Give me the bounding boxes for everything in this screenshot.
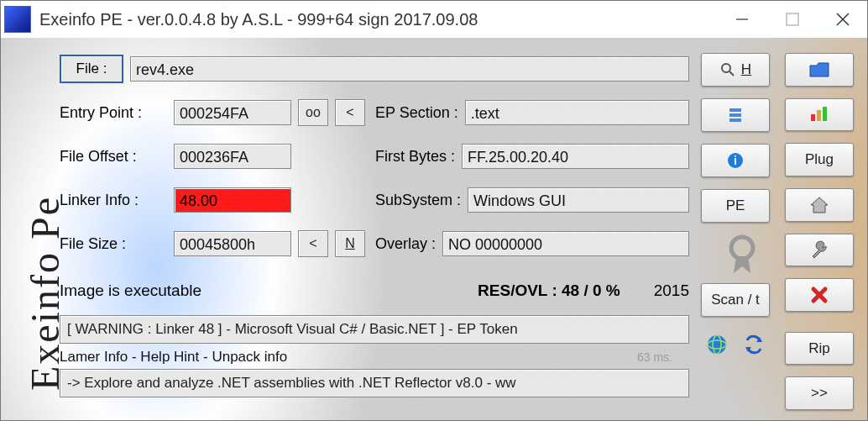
close-icon [834, 11, 851, 28]
label-file-size: File Size : [60, 235, 167, 253]
back-ep-button[interactable]: < [335, 99, 365, 126]
file-size-field[interactable]: 00045800h [174, 231, 291, 256]
svg-text:i: i [734, 154, 737, 167]
chart-button[interactable] [785, 98, 854, 132]
toolbar-col-2: Plug Rip >> [782, 53, 857, 410]
row-file-size: File Size : 00045800h < N Overlay : NO 0… [60, 228, 689, 260]
plug-button[interactable]: Plug [785, 143, 854, 176]
exec-status-text: Image is executable [60, 282, 201, 300]
minimize-icon [735, 12, 750, 27]
res-ovl-text: RES/OVL : 48 / 0 % [478, 282, 620, 300]
svg-rect-6 [729, 108, 741, 112]
x-icon [810, 286, 829, 304]
row-file: File : rev4.exe [60, 53, 689, 85]
label-overlay: Overlay : [375, 235, 436, 253]
folder-icon [808, 61, 830, 79]
rip-button[interactable]: Rip [785, 332, 854, 366]
info-icon: i [726, 151, 745, 170]
globe-icon [706, 334, 728, 355]
compiler-info-field[interactable]: [ WARNING : Linker 48 ] - Microsoft Visu… [60, 315, 689, 344]
svg-rect-8 [729, 118, 741, 122]
scan-button[interactable]: Scan / t [701, 283, 770, 317]
svg-point-12 [708, 335, 726, 354]
web-button[interactable] [706, 334, 728, 358]
titlebar: Exeinfo PE - ver.0.0.4.8 by A.S.L - 999+… [1, 1, 867, 38]
row-linker: Linker Info : 48.00 SubSystem : Windows … [60, 184, 689, 216]
app-icon [4, 6, 31, 33]
row-file-offset: File Offset : 000236FA First Bytes : FF.… [60, 140, 689, 172]
toolbar-col-1: H i PE Scan / t [698, 53, 773, 410]
label-linker-info: Linker Info : [60, 192, 167, 209]
file-offset-field[interactable]: 000236FA [174, 144, 291, 169]
minimize-button[interactable] [721, 4, 763, 34]
first-bytes-field[interactable]: FF.25.00.20.40 [462, 144, 689, 169]
maximize-button[interactable] [771, 4, 813, 34]
subsystem-field[interactable]: Windows GUI [468, 187, 689, 213]
pe-button[interactable]: PE [701, 189, 770, 223]
oo-button[interactable]: oo [298, 99, 328, 126]
close-button[interactable] [822, 4, 864, 34]
lamer-info-text: Lamer Info - Help Hint - Unpack info [60, 349, 287, 366]
row-entry-point: Entry Point : 000254FA oo < EP Section :… [60, 97, 689, 129]
main-panel: File : rev4.exe Entry Point : 000254FA o… [60, 53, 689, 410]
svg-point-4 [722, 64, 730, 72]
svg-line-5 [729, 71, 734, 76]
bar-chart-icon [809, 106, 829, 123]
hint-field[interactable]: -> Explore and analyze .NET assemblies w… [60, 369, 689, 397]
forward-button[interactable]: >> [785, 376, 854, 410]
label-first-bytes: First Bytes : [375, 148, 455, 166]
svg-rect-17 [811, 114, 815, 121]
linker-info-field[interactable]: 48.00 [174, 187, 291, 213]
svg-rect-19 [823, 107, 827, 121]
overlay-field[interactable]: NO 00000000 [442, 231, 689, 256]
refresh-button[interactable] [743, 334, 765, 358]
svg-rect-7 [729, 113, 741, 117]
stack-icon [726, 106, 745, 124]
open-folder-button[interactable] [785, 53, 854, 87]
refresh-icon [743, 334, 765, 355]
sections-button[interactable] [701, 98, 770, 132]
h-label: H [741, 61, 751, 78]
maximize-icon [785, 12, 800, 27]
settings-button[interactable] [785, 234, 854, 267]
svg-point-11 [731, 237, 753, 259]
ribbon-icon [725, 234, 745, 265]
home-button[interactable] [785, 188, 854, 222]
scan-timing-text: 63 ms. [637, 350, 672, 364]
search-h-button[interactable]: H [701, 53, 770, 87]
mini-buttons-row [702, 334, 769, 358]
window-title: Exeinfo PE - ver.0.0.4.8 by A.S.L - 999+… [39, 10, 713, 29]
label-entry-point: Entry Point : [60, 104, 167, 122]
label-ep-section: EP Section : [375, 104, 458, 122]
year-text: 2015 [654, 282, 689, 300]
delete-button[interactable] [785, 278, 854, 312]
file-open-button[interactable]: File : [60, 55, 123, 83]
svg-rect-1 [787, 13, 798, 25]
window-body: Exeinfo Pe File : rev4.exe Entry Point :… [1, 38, 867, 420]
svg-rect-18 [817, 110, 821, 121]
back-size-button[interactable]: < [298, 230, 328, 257]
info-button[interactable]: i [701, 144, 770, 177]
status-row: Image is executable RES/OVL : 48 / 0 % 2… [60, 278, 689, 303]
n-button[interactable]: N [335, 230, 365, 257]
label-file-offset: File Offset : [60, 148, 167, 166]
file-path-field[interactable]: rev4.exe [130, 56, 689, 82]
lamer-info-row: Lamer Info - Help Hint - Unpack info 63 … [60, 349, 689, 366]
magnifier-icon [719, 61, 736, 78]
label-subsystem: SubSystem : [375, 192, 461, 209]
content-area: File : rev4.exe Entry Point : 000254FA o… [60, 53, 857, 410]
app-window: Exeinfo PE - ver.0.0.4.8 by A.S.L - 999+… [0, 0, 868, 421]
wrench-icon [809, 239, 829, 260]
home-icon [809, 196, 829, 214]
entry-point-field[interactable]: 000254FA [174, 100, 291, 125]
ep-section-field[interactable]: .text [465, 100, 689, 125]
